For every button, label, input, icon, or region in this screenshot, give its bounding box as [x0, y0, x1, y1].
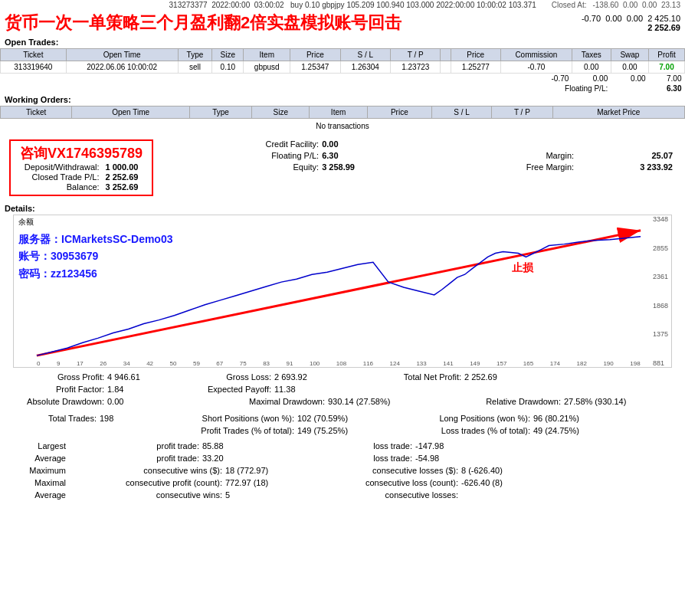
- floating-pl-value: 6.30: [611, 84, 684, 93]
- closed-pl-label: Closed Trade P/L:: [20, 172, 100, 182]
- summary-grid: Deposit/Withdrawal: 1 000.00 Closed Trad…: [20, 162, 143, 192]
- total-commission: -0.70: [501, 74, 572, 84]
- col-sl: S / L: [340, 49, 390, 61]
- col-type: Type: [178, 49, 211, 61]
- cell-swap: 0.00: [611, 61, 648, 74]
- chart-x-axis: 0 9 17 26 34 42 50 59 67 75 83 91 100 10…: [37, 360, 641, 367]
- details-title: Details:: [5, 204, 680, 213]
- max-drawdown-value: 930.14 (27.58%): [328, 397, 405, 406]
- balance-value: 3 252.69: [106, 182, 143, 192]
- chart-svg: [14, 215, 671, 367]
- cell-tp: 1.23723: [391, 61, 441, 74]
- right-values-1: -0.70 0.00 0.00 2 425.10: [582, 14, 680, 23]
- stats-row-1: Gross Profit: 4 946.61 Gross Loss: 2 693…: [5, 371, 680, 383]
- abs-drawdown-value: 0.00: [107, 397, 169, 406]
- equity-value: 3 258.99: [322, 162, 418, 172]
- no-transactions-row: No transactions: [1, 119, 685, 134]
- open-trade-row: 313319640 2022.06.06 10:00:02 sell 0.10 …: [1, 61, 685, 74]
- max-cons-loss-value: -626.40 (8): [461, 478, 538, 487]
- floating-pl-row: Floating P/L: 6.30: [1, 84, 685, 93]
- cell-open-time: 2022.06.06 10:00:02: [66, 61, 178, 74]
- expected-payoff-label: Expected Payoff:: [172, 385, 271, 394]
- main-title: 货币一次一单策略三个月盈利翻2倍实盘模拟账号回击: [5, 11, 401, 34]
- max-drawdown-label: Maximal Drawdown:: [172, 397, 325, 406]
- right-info: -0.70 0.00 0.00 2 425.10 2 252.69: [582, 14, 680, 32]
- margin-label: Margin:: [421, 151, 574, 160]
- closed-at-label: Closed At:: [552, 1, 587, 9]
- summary-contact: 咨询VX1746395789: [20, 144, 143, 162]
- loss-trade-label: loss trade:: [282, 441, 412, 451]
- gross-loss-label: Gross Loss:: [172, 372, 271, 382]
- total-trades-value: 198: [100, 414, 138, 423]
- balance-label: Balance:: [20, 182, 100, 192]
- cell-sl: 1.26304: [340, 61, 390, 74]
- gross-profit-label: Gross Profit:: [5, 372, 104, 382]
- col-profit: Profit: [649, 49, 685, 61]
- loss-trades-value: 49 (24.75%): [533, 426, 610, 435]
- total-net-value: 2 252.69: [464, 372, 526, 382]
- closed-values: -138.60 0.00 0.00 23.13: [592, 1, 680, 9]
- wo-col-open-time: Open Time: [72, 106, 189, 119]
- avg-loss-label: loss trade:: [282, 454, 412, 463]
- col-spacer: [441, 49, 451, 61]
- rel-drawdown-value: 27.58% (930.14): [564, 397, 680, 406]
- max-cons-wins-label: consecutive wins ($):: [69, 466, 222, 475]
- cell-profit: 7.00: [649, 61, 685, 74]
- cell-ticket: 313319640: [1, 61, 67, 74]
- working-orders-header: Working Orders:: [0, 93, 685, 106]
- avg-cons-wins-value: 5: [225, 490, 302, 500]
- equity-label: Equity:: [166, 162, 319, 172]
- summary-box: 咨询VX1746395789 Deposit/Withdrawal: 1 000…: [9, 139, 153, 196]
- max-cons-losses-label: consecutive losses ($):: [305, 466, 458, 475]
- average2-label: Average: [5, 490, 66, 500]
- stats-row-maximal: Maximal consecutive profit (count): 772.…: [5, 477, 680, 489]
- short-pos-label: Short Positions (won %):: [141, 414, 294, 423]
- avg-profit-value: 33.20: [202, 454, 279, 463]
- stats-row-3: Absolute Drawdown: 0.00 Maximal Drawdown…: [5, 395, 680, 408]
- rel-drawdown-label: Relative Drawdown:: [408, 397, 561, 406]
- title-banner: 货币一次一单策略三个月盈利翻2倍实盘模拟账号回击 -0.70 0.00 0.00…: [0, 10, 685, 36]
- stats-row-average2: Average consecutive wins: 5 consecutive …: [5, 489, 680, 501]
- col-taxes: Taxes: [572, 49, 611, 61]
- chart-container: 3348 2855 2361 1868 1375 881 余额 服务器：ICMa…: [13, 215, 672, 368]
- cell-type: sell: [178, 61, 211, 74]
- col-commission: Commission: [501, 49, 572, 61]
- cell-item: gbpusd: [244, 61, 290, 74]
- long-pos-value: 96 (80.21%): [533, 414, 610, 423]
- expected-payoff-value: 11.38: [274, 385, 336, 394]
- total-trades-label: Total Trades:: [5, 414, 97, 423]
- long-pos-label: Long Positions (won %):: [377, 414, 530, 423]
- col-close-price: Price: [451, 49, 500, 61]
- loss-trades-label: Loss trades (% of total):: [377, 426, 530, 435]
- short-pos-value: 102 (70.59%): [297, 414, 374, 423]
- free-margin-label: Free Margin:: [421, 162, 574, 172]
- maximum-label: Maximum: [5, 466, 66, 475]
- total-profit: 7.00: [649, 74, 685, 84]
- wo-col-size: Size: [252, 106, 310, 119]
- svg-line-0: [37, 231, 641, 356]
- wo-col-item: Item: [310, 106, 367, 119]
- col-price: Price: [290, 49, 340, 61]
- credit-value: 0.00: [322, 139, 418, 149]
- wo-col-market-price: Market Price: [552, 106, 684, 119]
- total-swap: 0.00: [611, 74, 648, 84]
- total-net-label: Total Net Profit:: [339, 372, 461, 382]
- avg-cons-losses-label: consecutive losses:: [305, 490, 458, 500]
- gross-loss-value: 2 693.92: [274, 372, 336, 382]
- avg-loss-value: -54.98: [415, 454, 492, 463]
- col-swap: Swap: [611, 49, 648, 61]
- stats-row-average: Average profit trade: 33.20 loss trade: …: [5, 452, 680, 464]
- closed-pl-value: 2 252.69: [106, 172, 143, 182]
- working-orders-table: Ticket Open Time Type Size Item Price S …: [0, 106, 685, 133]
- gross-profit-value: 4 946.61: [107, 372, 169, 382]
- profit-trade-value: 85.88: [202, 441, 279, 451]
- credit-label: Credit Facility:: [166, 139, 319, 149]
- avg-cons-wins-label: consecutive wins:: [69, 490, 222, 500]
- wo-col-ticket: Ticket: [1, 106, 72, 119]
- summary-right: Credit Facility: 0.00 Floating P/L: 6.30…: [158, 136, 680, 175]
- floating-label: Floating P/L:: [166, 151, 319, 160]
- stats-section: Gross Profit: 4 946.61 Gross Loss: 2 693…: [0, 369, 685, 503]
- floating-pl-label: Floating P/L:: [1, 84, 611, 93]
- wo-col-tp: T / P: [492, 106, 552, 119]
- loss-trade-value: -147.98: [415, 441, 492, 451]
